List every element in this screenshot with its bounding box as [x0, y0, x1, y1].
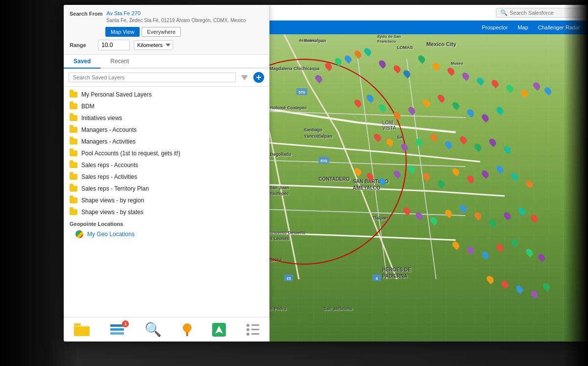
map-pin-57[interactable] [517, 206, 527, 216]
everywhere-button[interactable]: Everywhere [142, 27, 181, 37]
map-pin-69[interactable] [529, 289, 539, 299]
map-pin-14[interactable] [475, 76, 485, 86]
nav2-prospector[interactable]: Prospector [478, 23, 512, 32]
toolbar-search-button[interactable]: 🔍 [141, 321, 166, 339]
toolbar-navigate-button[interactable] [208, 321, 230, 339]
map-pin-27[interactable] [385, 137, 394, 147]
map-pin-42[interactable] [436, 179, 446, 189]
map-pin-64[interactable] [524, 247, 534, 257]
map-pin-15[interactable] [353, 98, 363, 108]
map-pin-21[interactable] [436, 93, 446, 103]
filter-button[interactable] [239, 72, 250, 83]
map-pin-35[interactable] [502, 145, 512, 154]
map-pin-49[interactable] [402, 206, 412, 216]
map-pin-36[interactable] [353, 167, 363, 176]
map-pin-60[interactable] [466, 245, 475, 255]
map-pin-12[interactable] [446, 66, 456, 76]
tab-saved[interactable]: Saved [64, 55, 100, 69]
map-pin-24[interactable] [480, 113, 490, 122]
map-pin-31[interactable] [443, 140, 453, 149]
layer-item-sales-activities[interactable]: Sales reps - Activities [64, 171, 269, 183]
map-pin-18[interactable] [392, 110, 402, 120]
layer-item-shape-region[interactable]: Shape views - by region [64, 195, 269, 206]
map-pin-58[interactable] [529, 213, 539, 223]
search-layers-input[interactable] [69, 73, 236, 82]
layer-item-initiatives[interactable]: Initiatives views [64, 112, 269, 124]
toolbar-folder-button[interactable] [70, 321, 94, 338]
map-pin-29[interactable] [414, 137, 424, 147]
map-pin-26[interactable] [372, 132, 382, 142]
map-pin-33[interactable] [473, 142, 483, 152]
layer-item-shape-states[interactable]: Shape views - by states [64, 206, 269, 218]
map-pin-23[interactable] [466, 108, 475, 118]
map-pin-65[interactable] [537, 252, 546, 262]
map-pin-7[interactable] [377, 59, 387, 69]
map-pin-66[interactable] [485, 274, 495, 284]
map-pin-3[interactable] [333, 56, 343, 66]
map-pin-39[interactable] [392, 169, 402, 179]
map-pin-44[interactable] [466, 174, 475, 184]
map-pin-54[interactable] [473, 211, 483, 220]
toolbar-layers-button[interactable]: 1 [106, 322, 128, 337]
layer-item-sales-accounts[interactable]: Sales reps - Accounts [64, 159, 269, 171]
tab-recent[interactable]: Recent [100, 55, 139, 69]
map-pin-51[interactable] [429, 216, 439, 225]
map-pin-11[interactable] [431, 61, 441, 71]
map-pin-37[interactable] [365, 171, 375, 181]
map-pin-52[interactable] [443, 208, 453, 218]
map-pin-71[interactable] [490, 78, 500, 88]
map-pin-55[interactable] [488, 218, 497, 228]
map-pin-46[interactable] [495, 164, 505, 174]
map-pin-62[interactable] [495, 243, 505, 252]
map-pin-40[interactable] [407, 164, 416, 174]
range-unit-select[interactable]: Kilometers Miles [134, 40, 173, 50]
layer-item-managers-accounts[interactable]: Managers - Accounts [64, 124, 269, 136]
map-pin-43[interactable] [451, 167, 461, 176]
map-pin-38[interactable] [377, 176, 387, 186]
map-pin-34[interactable] [488, 137, 497, 147]
map-pin-5[interactable] [353, 49, 363, 59]
map-pin-67[interactable] [500, 279, 510, 289]
add-layer-button[interactable] [253, 72, 264, 83]
layer-item-pool-accounts[interactable]: Pool Accounts (1st to request, gets it!) [64, 147, 269, 159]
map-pin-22[interactable] [451, 100, 461, 110]
layer-item-managers-activities[interactable]: Managers - Activities [64, 136, 269, 147]
map-pin-50[interactable] [414, 211, 424, 220]
map-pin-72[interactable] [505, 83, 514, 93]
map-pin-6[interactable] [363, 47, 372, 56]
map-pin-41[interactable] [421, 171, 431, 181]
layer-item-bdm[interactable]: BDM [64, 100, 269, 112]
map-pin-25[interactable] [495, 105, 505, 115]
geo-locations-item[interactable]: My Geo Locations [64, 228, 269, 241]
layer-item-sales-territory[interactable]: Sales reps - Territory Plan [64, 183, 269, 195]
map-pin-63[interactable] [510, 238, 519, 247]
map-pin-32[interactable] [458, 135, 468, 145]
layer-item-my-personal[interactable]: My Personal Saved Layers [64, 89, 269, 100]
map-pin-13[interactable] [461, 71, 470, 81]
map-pin-28[interactable] [399, 142, 409, 152]
map-pin-56[interactable] [502, 211, 512, 220]
map-pin-59[interactable] [451, 240, 461, 250]
map-pin-17[interactable] [377, 103, 387, 113]
map-pin-53[interactable] [458, 203, 468, 213]
map-pin-68[interactable] [514, 284, 524, 294]
map-pin-10[interactable] [416, 54, 426, 64]
toolbar-pin-button[interactable] [179, 321, 196, 338]
map-pin-75[interactable] [543, 86, 553, 96]
toolbar-list-button[interactable] [243, 322, 263, 338]
range-input[interactable] [98, 40, 130, 50]
map-pin-48[interactable] [524, 179, 534, 189]
map-pin-73[interactable] [519, 88, 529, 98]
map-pin-16[interactable] [365, 93, 375, 103]
map-pin-47[interactable] [510, 171, 519, 181]
map-pin-70[interactable] [541, 282, 551, 292]
map-pin-61[interactable] [480, 250, 490, 260]
map-view-button[interactable]: Map View [105, 27, 140, 37]
map-pin-19[interactable] [407, 105, 416, 115]
map-pin-8[interactable] [392, 64, 402, 73]
map-pin-74[interactable] [532, 81, 541, 91]
map-pin-1[interactable] [314, 73, 323, 83]
map-pin-2[interactable] [323, 61, 333, 71]
map-pin-20[interactable] [421, 98, 431, 108]
map-pin-9[interactable] [402, 69, 412, 78]
